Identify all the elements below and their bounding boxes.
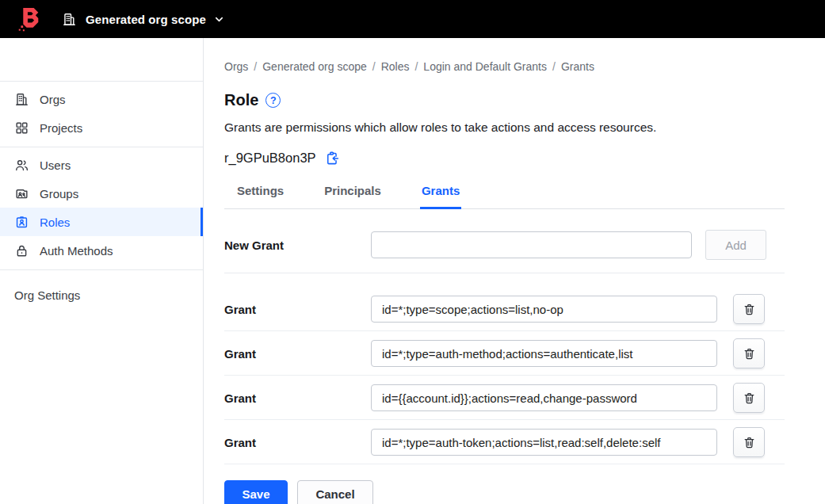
grant-input[interactable]: [371, 384, 717, 411]
grant-label: Grant: [224, 436, 371, 449]
breadcrumb-separator: /: [414, 60, 418, 73]
breadcrumb-item[interactable]: Login and Default Grants: [423, 60, 547, 73]
page-title: Role: [224, 91, 258, 109]
breadcrumb-item[interactable]: Grants: [561, 60, 594, 73]
save-button[interactable]: Save: [224, 480, 288, 504]
sidebar-item-projects[interactable]: Projects: [0, 113, 203, 142]
grant-row: Grant: [224, 376, 785, 420]
new-grant-label: New Grant: [224, 239, 371, 252]
sidebar-item-label: Projects: [40, 121, 82, 135]
delete-grant-button[interactable]: [733, 383, 765, 413]
sidebar-item-label: Orgs: [40, 93, 66, 106]
breadcrumb-separator: /: [372, 60, 376, 73]
tab-grants[interactable]: Grants: [420, 175, 461, 209]
grid-icon: [14, 120, 29, 136]
help-icon[interactable]: ?: [265, 93, 281, 108]
sidebar-item-org-settings[interactable]: Org Settings: [0, 281, 203, 309]
grant-list: Grant Grant: [224, 281, 785, 464]
sidebar: Orgs Projects Use: [0, 38, 204, 504]
grant-input[interactable]: [371, 340, 717, 367]
breadcrumb-separator: /: [552, 60, 556, 73]
breadcrumb-item[interactable]: Generated org scope: [262, 60, 367, 73]
grant-input[interactable]: [371, 429, 717, 456]
sidebar-item-orgs[interactable]: Orgs: [0, 85, 203, 113]
scope-picker[interactable]: Generated org scope: [62, 12, 225, 27]
org-icon: [14, 92, 29, 107]
grant-row: Grant: [224, 420, 785, 464]
sidebar-item-label: Groups: [40, 187, 78, 200]
page-description: Grants are permissions which allow roles…: [224, 120, 785, 135]
sidebar-item-groups[interactable]: Groups: [0, 179, 203, 208]
sidebar-item-users[interactable]: Users: [0, 151, 203, 179]
sidebar-item-label: Users: [40, 158, 71, 172]
main-content: Orgs/Generated org scope/Roles/Login and…: [204, 38, 825, 504]
role-id: r_9GPuB8on3P: [224, 151, 316, 166]
users-icon: [14, 158, 29, 173]
breadcrumb-item[interactable]: Roles: [381, 60, 410, 73]
grant-label: Grant: [224, 391, 371, 405]
grant-label: Grant: [224, 347, 371, 361]
grant-input[interactable]: [371, 296, 717, 323]
org-building-icon: [62, 12, 77, 27]
grant-row: Grant: [224, 331, 785, 376]
delete-grant-button[interactable]: [733, 427, 765, 457]
copy-to-clipboard-icon[interactable]: [324, 151, 339, 166]
sidebar-item-roles[interactable]: Roles: [0, 208, 203, 236]
sidebar-item-label: Auth Methods: [40, 244, 113, 258]
trash-icon: [743, 303, 756, 316]
trash-icon: [743, 391, 756, 405]
top-bar: Generated org scope: [0, 0, 825, 38]
new-grant-row: New Grant Add: [224, 209, 785, 273]
lock-icon: [14, 243, 29, 258]
groups-icon: [14, 186, 29, 201]
add-grant-button[interactable]: Add: [705, 230, 766, 260]
tab-bar: Settings Principals Grants: [224, 175, 785, 209]
form-actions: Save Cancel: [224, 480, 785, 504]
boundary-logo-icon: [15, 5, 44, 34]
chevron-down-icon: [213, 13, 225, 25]
breadcrumb-separator: /: [254, 60, 257, 73]
sidebar-item-label: Org Settings: [14, 288, 80, 302]
tab-principals[interactable]: Principals: [323, 175, 383, 209]
delete-grant-button[interactable]: [733, 294, 765, 324]
new-grant-input[interactable]: [371, 231, 692, 258]
scope-label: Generated org scope: [86, 13, 206, 26]
grant-label: Grant: [224, 303, 371, 316]
trash-icon: [743, 347, 756, 361]
trash-icon: [743, 436, 756, 449]
breadcrumb-item[interactable]: Orgs: [224, 60, 248, 73]
role-badge-icon: [14, 215, 29, 230]
delete-grant-button[interactable]: [733, 338, 765, 368]
cancel-button[interactable]: Cancel: [297, 480, 373, 504]
grant-row: Grant: [224, 281, 785, 331]
sidebar-item-label: Roles: [40, 216, 70, 229]
tab-settings[interactable]: Settings: [235, 175, 285, 209]
breadcrumb: Orgs/Generated org scope/Roles/Login and…: [224, 60, 785, 73]
sidebar-item-auth-methods[interactable]: Auth Methods: [0, 236, 203, 265]
